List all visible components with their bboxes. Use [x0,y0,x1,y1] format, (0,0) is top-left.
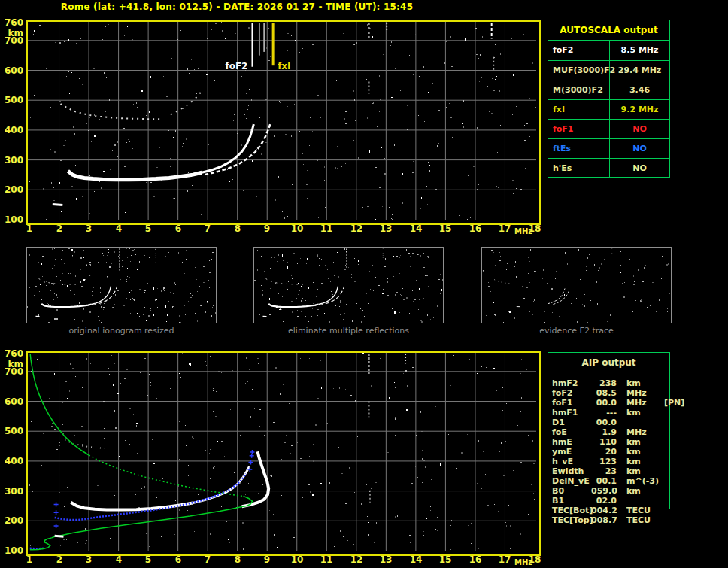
autoscala-row-value: NO [610,159,669,178]
autoscala-table-row: foF1NO [548,119,669,138]
noise-speckles [29,353,535,551]
y-tick-label: 500 [2,96,23,105]
trace-evidence_arc2 [554,290,569,305]
thumbnail-canvas [27,248,216,323]
y-tick-label: 500 [2,427,23,436]
x-tick-label: 1 [20,224,38,233]
autoscala-row-label: ftEs [548,139,610,158]
x-tick-label: 17 [496,224,514,233]
aip-table-row: h_vE123km [552,457,725,466]
autoscala-row-label: foF1 [548,120,610,138]
svg-text:foF2: foF2 [225,61,247,71]
trace-profile_topside [30,354,89,455]
autoscala-table-row: h'EsNO [548,158,669,178]
aip-row-value: 00.1 [591,476,617,486]
trace-f2_hook_b [242,451,269,506]
y-tick-label: 300 [2,487,23,496]
aip-row-label: hmE [552,437,591,447]
aip-table-row: TEC[Bot]004.2TECU [552,506,725,515]
autoscala-row-label: fxI [548,100,610,119]
x-tick-label: 8 [229,555,247,564]
x-tick-label: 3 [80,224,98,233]
trace-evidence_upper [494,280,512,284]
autoscala-table-title: AUTOSCALA output [548,20,669,41]
x-tick-label: 17 [496,555,514,564]
trace-es_b [55,536,64,536]
autoscala-table-row: foF28.5 MHz [548,41,669,60]
aip-row-label: ymE [552,447,591,457]
aip-row-unit: km [626,486,660,496]
x-tick-label: 1 [20,555,38,564]
aip-row-unit: TECU [626,506,660,515]
aip-row-label: TEC[Top] [552,515,591,525]
aip-row-value: 00.0 [591,418,617,427]
aip-table-row: D100.0 [552,418,725,427]
aip-row-value: 00.0 [591,398,617,408]
aip-row-unit: km [626,447,660,457]
aip-row-label: hmF2 [552,378,591,388]
x-tick-label: 15 [436,555,454,564]
x-tick-label: 16 [466,555,484,564]
thumbnail-caption: eliminate multiple reflections [253,326,444,336]
x-tick-label: 11 [317,555,335,564]
noise-speckles [27,248,216,323]
x-tick-label: 2 [50,224,68,233]
x-tick-label: 9 [258,224,276,233]
autoscala-table-row: ftEsNO [548,138,669,158]
y-axis-unit-label: km [2,360,23,369]
x-tick-label: 14 [407,555,425,564]
x-tick-label: 9 [258,555,276,564]
x-tick-label: 13 [377,555,395,564]
y-axis-unit-label: km [2,29,23,38]
aip-row-unit: TECU [626,515,660,525]
aip-table-row: foF208.5MHz [552,388,725,398]
x-tick-label: 6 [169,555,187,564]
noise-speckles [254,248,443,323]
marker-foF2: foF2 [225,61,247,71]
x-tick-label: 10 [288,555,306,564]
thumbnail-panel [481,247,672,323]
aip-row-value: --- [591,408,617,418]
aip-table-row: foE1.9MHz [552,427,725,437]
aip-table-row: B0059.0km [552,486,725,496]
trace-second_hop_riser [171,89,203,114]
aip-table-row: Ewidth23km [552,466,725,476]
aip-row-unit: km [626,437,660,447]
aip-row-unit: MHz [626,427,660,437]
x-tick-label: 14 [407,224,425,233]
trace-second_hop [39,278,77,284]
svg-text:fxI: fxI [278,61,290,71]
gridlines [28,22,536,220]
aip-row-label: h_vE [552,457,591,466]
aip-row-label: TEC[Bot] [552,506,591,515]
autoscala-row-value: NO [610,139,669,158]
aip-row-value: 008.7 [591,515,617,525]
aip-table-title: AIP output [548,353,669,372]
trace-es [53,204,63,205]
aip-row-value: 08.5 [591,388,617,398]
aip-table-rows: hmF2238kmfoF208.5MHzfoF100.0MHz[PN]hmF1-… [552,378,725,525]
thumbnail-canvas [482,248,671,323]
thumbnail-panel [253,247,444,323]
autoscala-output-table: AUTOSCALA output foF28.5 MHzMUF(3000)F22… [548,20,670,178]
trace-f2_o [41,304,91,307]
aip-row-label: B1 [552,496,591,506]
x-tick-label: 5 [139,224,157,233]
autoscala-row-value: 29.4 MHz [610,61,669,80]
aip-table-row: DelN_vE00.1m^(-3) [552,476,725,486]
aip-row-label: foF1 [552,398,591,408]
trace-f2_o [68,171,202,180]
noise-speckles [29,22,536,220]
gridlines [28,353,536,551]
aip-table-row: B102.0 [552,496,725,506]
x-tick-label: 8 [229,224,247,233]
autoscala-output-screen: Rome (lat: +41.8, lon: 012.5) - DATE: 20… [0,0,728,568]
thumbnail-canvas [254,248,443,323]
aip-row-note: [PN] [664,398,684,408]
marker-fxI: fxI [278,61,290,71]
ionogram-bottom-canvas [28,353,536,551]
trace-f2_o_b_riser [193,466,249,503]
x-tick-label: 3 [80,555,98,564]
aip-row-unit: km [626,466,660,476]
aip-row-value: 238 [591,378,617,388]
